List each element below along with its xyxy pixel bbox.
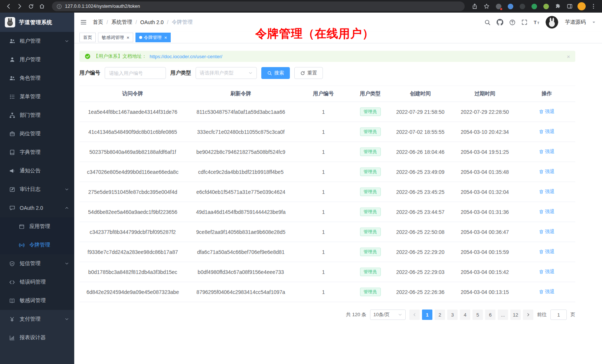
breadcrumb-item[interactable]: OAuth 2.0 xyxy=(140,19,164,25)
force-logout-button[interactable]: 强退 xyxy=(539,188,554,195)
force-logout-button[interactable]: 强退 xyxy=(539,288,554,295)
sidebar-item[interactable]: 通知公告 xyxy=(0,162,74,180)
extension-blue-icon[interactable] xyxy=(506,1,515,11)
tab-item[interactable]: 令牌管理× xyxy=(135,33,171,42)
extension-green-icon[interactable] xyxy=(529,1,539,11)
browser-menu-icon[interactable] xyxy=(589,1,598,11)
sidebar-item[interactable]: 应用管理 xyxy=(0,217,74,236)
force-logout-button[interactable]: 强退 xyxy=(539,128,554,135)
force-logout-button[interactable]: 强退 xyxy=(539,268,554,275)
sms-shield-icon xyxy=(9,261,15,267)
font-size-icon[interactable]: TT xyxy=(533,19,540,26)
user-id-input[interactable] xyxy=(105,67,166,79)
page-button[interactable]: 1 xyxy=(422,310,432,320)
page-button[interactable]: 3 xyxy=(447,310,458,320)
created-at-cell: 2022-06-25 22:26:36 xyxy=(389,282,451,302)
reset-button-label: 重置 xyxy=(307,70,317,76)
column-header: 用户类型 xyxy=(351,86,389,102)
action-cell: 强退 xyxy=(518,282,575,302)
close-icon[interactable]: × xyxy=(567,54,570,59)
tab-item[interactable]: 首页 xyxy=(79,33,96,42)
sidebar-menu: 租户管理用户管理角色管理菜单管理部门管理岗位管理字典管理通知公告审计日志OAut… xyxy=(0,32,74,364)
tab-item[interactable]: 敏感词管理× xyxy=(98,33,133,42)
alert-doc-link[interactable]: https://doc.iocoder.cn/user-center/ xyxy=(150,54,222,59)
url-text: 127.0.0.1:1024/system/oauth2/token xyxy=(65,4,140,9)
tab-close-icon[interactable]: × xyxy=(127,35,130,40)
github-icon[interactable] xyxy=(497,19,503,26)
force-logout-button[interactable]: 强退 xyxy=(539,168,554,175)
page-button[interactable]: 6 xyxy=(485,310,495,320)
search-icon xyxy=(267,71,272,76)
user-avatar[interactable] xyxy=(546,16,558,29)
prev-page-button[interactable] xyxy=(409,310,420,320)
profile-avatar[interactable] xyxy=(577,1,586,11)
share-icon[interactable] xyxy=(470,1,480,11)
sidebar-item[interactable]: 部门管理 xyxy=(0,106,74,125)
access-token-cell: 6d842e2924594de9a09e45e087323abe xyxy=(79,282,186,302)
url-bar[interactable]: 127.0.0.1:1024/system/oauth2/token xyxy=(52,1,465,11)
access-token-cell: b0d1785bc3a8482f812db4a3f3bd15ec xyxy=(79,262,186,282)
sidebar-item[interactable]: 菜单管理 xyxy=(0,87,74,106)
search-button[interactable]: 搜索 xyxy=(261,67,290,79)
page-button[interactable]: 12 xyxy=(510,310,521,320)
sidebar-item[interactable]: 租户管理 xyxy=(0,32,74,50)
app-logo[interactable]: 芋道管理系统 xyxy=(0,13,74,32)
force-logout-button[interactable]: 强退 xyxy=(539,108,554,115)
sidebar-item[interactable]: 令牌管理 xyxy=(0,236,74,254)
next-page-button[interactable] xyxy=(523,310,533,320)
collapse-sidebar-icon[interactable] xyxy=(80,19,87,26)
sidebar-item[interactable]: 字典管理 xyxy=(0,143,74,162)
forward-icon[interactable] xyxy=(15,1,24,11)
bookmark-star-icon[interactable] xyxy=(482,1,491,11)
sidebar-item[interactable]: 报表设计器 xyxy=(0,328,74,347)
search-icon[interactable] xyxy=(484,19,491,26)
sidebar-item[interactable]: 支付管理 xyxy=(0,310,74,328)
side-panel-icon[interactable] xyxy=(565,1,575,11)
page-button[interactable]: 4 xyxy=(460,310,470,320)
sidebar-item[interactable]: 错误码管理 xyxy=(0,273,74,291)
access-token-cell: 1ea5e44f8bc1467aaede43144f31de76 xyxy=(79,102,186,122)
page-button[interactable]: 2 xyxy=(435,310,445,320)
extension-olive-icon[interactable] xyxy=(541,1,551,11)
sidebar-item-label: 令牌管理 xyxy=(29,242,50,248)
back-icon[interactable] xyxy=(4,1,13,11)
column-header: 访问令牌 xyxy=(79,86,186,102)
fullscreen-icon[interactable] xyxy=(521,19,527,25)
extensions-puzzle-icon[interactable] xyxy=(553,1,563,11)
reload-icon[interactable] xyxy=(26,1,36,11)
page-button[interactable]: 5 xyxy=(472,310,483,320)
page-ellipsis[interactable]: ... xyxy=(498,310,508,320)
extension-dark-icon[interactable] xyxy=(517,1,527,11)
force-logout-button[interactable]: 强退 xyxy=(539,208,554,215)
column-header: 创建时间 xyxy=(389,86,451,102)
main-area: 首页/系统管理/OAuth 2.0/令牌管理 TT芋道源码 首页敏感词管理×令牌… xyxy=(74,13,602,364)
action-cell: 强退 xyxy=(518,142,575,162)
sidebar-item[interactable]: 用户管理 xyxy=(0,50,74,69)
breadcrumb-separator: / xyxy=(107,19,108,25)
site-info-icon[interactable] xyxy=(56,4,62,9)
breadcrumb-item[interactable]: 首页 xyxy=(93,19,103,26)
force-logout-button[interactable]: 强退 xyxy=(539,248,554,255)
user-type-select[interactable]: 请选择用户类型 xyxy=(196,67,257,79)
sidebar-item[interactable]: 短信管理 xyxy=(0,254,74,273)
sidebar-item-label: OAuth 2.0 xyxy=(20,205,43,211)
force-logout-button[interactable]: 强退 xyxy=(539,228,554,235)
sidebar-item[interactable]: OAuth 2.0 xyxy=(0,199,74,217)
user-type-cell: 管理员 xyxy=(351,202,389,222)
sidebar-item-label: 岗位管理 xyxy=(20,130,40,137)
home-icon[interactable] xyxy=(37,1,47,11)
reset-button[interactable]: 重置 xyxy=(294,67,323,79)
goto-page-input[interactable] xyxy=(550,310,567,320)
help-icon[interactable] xyxy=(509,19,516,26)
page-size-select[interactable]: 10条/页 xyxy=(370,310,406,320)
tab-close-icon[interactable]: × xyxy=(164,35,167,40)
sidebar-item[interactable]: 岗位管理 xyxy=(0,125,74,143)
created-at-cell: 2022-07-29 21:58:50 xyxy=(389,102,451,122)
sidebar-item[interactable]: 审计日志 xyxy=(0,180,74,199)
sidebar-item[interactable]: 敏感词管理 xyxy=(0,291,74,310)
extension-badge-icon[interactable] xyxy=(494,1,503,11)
sidebar-item[interactable]: 角色管理 xyxy=(0,69,74,87)
caret-down-icon[interactable] xyxy=(592,20,596,24)
force-logout-button[interactable]: 强退 xyxy=(539,148,554,155)
breadcrumb-item[interactable]: 系统管理 xyxy=(111,19,132,26)
